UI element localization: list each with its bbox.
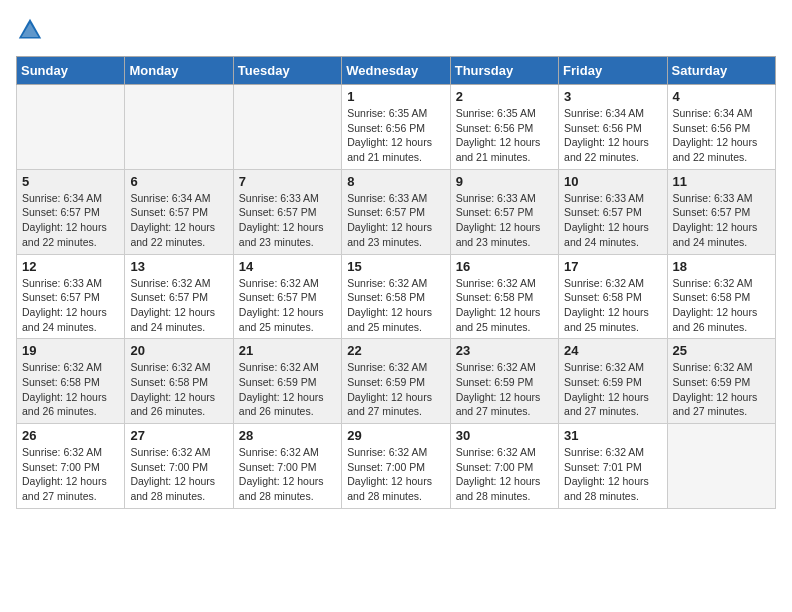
calendar-cell: 18Sunrise: 6:32 AM Sunset: 6:58 PM Dayli… bbox=[667, 254, 775, 339]
calendar-week-row: 12Sunrise: 6:33 AM Sunset: 6:57 PM Dayli… bbox=[17, 254, 776, 339]
calendar-week-row: 5Sunrise: 6:34 AM Sunset: 6:57 PM Daylig… bbox=[17, 169, 776, 254]
weekday-header-saturday: Saturday bbox=[667, 57, 775, 85]
weekday-header-thursday: Thursday bbox=[450, 57, 558, 85]
day-number: 17 bbox=[564, 259, 661, 274]
day-number: 20 bbox=[130, 343, 227, 358]
calendar-cell: 6Sunrise: 6:34 AM Sunset: 6:57 PM Daylig… bbox=[125, 169, 233, 254]
calendar-cell: 7Sunrise: 6:33 AM Sunset: 6:57 PM Daylig… bbox=[233, 169, 341, 254]
day-info: Sunrise: 6:32 AM Sunset: 7:00 PM Dayligh… bbox=[22, 445, 119, 504]
day-number: 28 bbox=[239, 428, 336, 443]
day-number: 27 bbox=[130, 428, 227, 443]
day-number: 25 bbox=[673, 343, 770, 358]
calendar-cell: 19Sunrise: 6:32 AM Sunset: 6:58 PM Dayli… bbox=[17, 339, 125, 424]
day-info: Sunrise: 6:32 AM Sunset: 6:59 PM Dayligh… bbox=[673, 360, 770, 419]
calendar-cell: 11Sunrise: 6:33 AM Sunset: 6:57 PM Dayli… bbox=[667, 169, 775, 254]
calendar-cell: 29Sunrise: 6:32 AM Sunset: 7:00 PM Dayli… bbox=[342, 424, 450, 509]
calendar-cell bbox=[233, 85, 341, 170]
calendar-week-row: 19Sunrise: 6:32 AM Sunset: 6:58 PM Dayli… bbox=[17, 339, 776, 424]
calendar-cell: 20Sunrise: 6:32 AM Sunset: 6:58 PM Dayli… bbox=[125, 339, 233, 424]
day-info: Sunrise: 6:32 AM Sunset: 6:58 PM Dayligh… bbox=[456, 276, 553, 335]
day-number: 3 bbox=[564, 89, 661, 104]
calendar-cell: 4Sunrise: 6:34 AM Sunset: 6:56 PM Daylig… bbox=[667, 85, 775, 170]
weekday-header-sunday: Sunday bbox=[17, 57, 125, 85]
calendar-cell: 27Sunrise: 6:32 AM Sunset: 7:00 PM Dayli… bbox=[125, 424, 233, 509]
day-number: 29 bbox=[347, 428, 444, 443]
day-number: 21 bbox=[239, 343, 336, 358]
calendar-cell bbox=[125, 85, 233, 170]
day-info: Sunrise: 6:34 AM Sunset: 6:57 PM Dayligh… bbox=[22, 191, 119, 250]
day-info: Sunrise: 6:32 AM Sunset: 7:00 PM Dayligh… bbox=[130, 445, 227, 504]
day-info: Sunrise: 6:32 AM Sunset: 6:58 PM Dayligh… bbox=[564, 276, 661, 335]
calendar-cell: 9Sunrise: 6:33 AM Sunset: 6:57 PM Daylig… bbox=[450, 169, 558, 254]
day-info: Sunrise: 6:33 AM Sunset: 6:57 PM Dayligh… bbox=[564, 191, 661, 250]
day-info: Sunrise: 6:34 AM Sunset: 6:56 PM Dayligh… bbox=[673, 106, 770, 165]
day-number: 8 bbox=[347, 174, 444, 189]
calendar-table: SundayMondayTuesdayWednesdayThursdayFrid… bbox=[16, 56, 776, 509]
day-number: 11 bbox=[673, 174, 770, 189]
day-info: Sunrise: 6:34 AM Sunset: 6:57 PM Dayligh… bbox=[130, 191, 227, 250]
day-number: 16 bbox=[456, 259, 553, 274]
day-number: 15 bbox=[347, 259, 444, 274]
calendar-cell: 25Sunrise: 6:32 AM Sunset: 6:59 PM Dayli… bbox=[667, 339, 775, 424]
day-info: Sunrise: 6:32 AM Sunset: 6:57 PM Dayligh… bbox=[130, 276, 227, 335]
day-info: Sunrise: 6:35 AM Sunset: 6:56 PM Dayligh… bbox=[456, 106, 553, 165]
day-info: Sunrise: 6:32 AM Sunset: 6:58 PM Dayligh… bbox=[22, 360, 119, 419]
day-number: 22 bbox=[347, 343, 444, 358]
day-info: Sunrise: 6:33 AM Sunset: 6:57 PM Dayligh… bbox=[239, 191, 336, 250]
calendar-cell: 2Sunrise: 6:35 AM Sunset: 6:56 PM Daylig… bbox=[450, 85, 558, 170]
day-number: 19 bbox=[22, 343, 119, 358]
day-number: 26 bbox=[22, 428, 119, 443]
day-info: Sunrise: 6:32 AM Sunset: 6:59 PM Dayligh… bbox=[347, 360, 444, 419]
calendar-cell: 14Sunrise: 6:32 AM Sunset: 6:57 PM Dayli… bbox=[233, 254, 341, 339]
day-info: Sunrise: 6:32 AM Sunset: 7:00 PM Dayligh… bbox=[239, 445, 336, 504]
calendar-cell: 17Sunrise: 6:32 AM Sunset: 6:58 PM Dayli… bbox=[559, 254, 667, 339]
day-number: 23 bbox=[456, 343, 553, 358]
day-number: 6 bbox=[130, 174, 227, 189]
day-number: 4 bbox=[673, 89, 770, 104]
day-info: Sunrise: 6:33 AM Sunset: 6:57 PM Dayligh… bbox=[673, 191, 770, 250]
weekday-header-friday: Friday bbox=[559, 57, 667, 85]
day-number: 1 bbox=[347, 89, 444, 104]
day-info: Sunrise: 6:34 AM Sunset: 6:56 PM Dayligh… bbox=[564, 106, 661, 165]
calendar-cell bbox=[17, 85, 125, 170]
day-number: 10 bbox=[564, 174, 661, 189]
day-number: 7 bbox=[239, 174, 336, 189]
calendar-cell: 13Sunrise: 6:32 AM Sunset: 6:57 PM Dayli… bbox=[125, 254, 233, 339]
calendar-cell: 5Sunrise: 6:34 AM Sunset: 6:57 PM Daylig… bbox=[17, 169, 125, 254]
calendar-cell: 30Sunrise: 6:32 AM Sunset: 7:00 PM Dayli… bbox=[450, 424, 558, 509]
day-number: 14 bbox=[239, 259, 336, 274]
day-info: Sunrise: 6:32 AM Sunset: 6:58 PM Dayligh… bbox=[347, 276, 444, 335]
calendar-cell: 21Sunrise: 6:32 AM Sunset: 6:59 PM Dayli… bbox=[233, 339, 341, 424]
weekday-header-monday: Monday bbox=[125, 57, 233, 85]
calendar-cell: 16Sunrise: 6:32 AM Sunset: 6:58 PM Dayli… bbox=[450, 254, 558, 339]
day-info: Sunrise: 6:32 AM Sunset: 7:00 PM Dayligh… bbox=[456, 445, 553, 504]
day-number: 13 bbox=[130, 259, 227, 274]
calendar-week-row: 1Sunrise: 6:35 AM Sunset: 6:56 PM Daylig… bbox=[17, 85, 776, 170]
calendar-cell: 22Sunrise: 6:32 AM Sunset: 6:59 PM Dayli… bbox=[342, 339, 450, 424]
calendar-cell: 28Sunrise: 6:32 AM Sunset: 7:00 PM Dayli… bbox=[233, 424, 341, 509]
calendar-cell: 12Sunrise: 6:33 AM Sunset: 6:57 PM Dayli… bbox=[17, 254, 125, 339]
calendar-cell: 3Sunrise: 6:34 AM Sunset: 6:56 PM Daylig… bbox=[559, 85, 667, 170]
day-number: 31 bbox=[564, 428, 661, 443]
day-info: Sunrise: 6:32 AM Sunset: 6:59 PM Dayligh… bbox=[456, 360, 553, 419]
day-number: 30 bbox=[456, 428, 553, 443]
calendar-cell: 8Sunrise: 6:33 AM Sunset: 6:57 PM Daylig… bbox=[342, 169, 450, 254]
weekday-header-tuesday: Tuesday bbox=[233, 57, 341, 85]
day-number: 5 bbox=[22, 174, 119, 189]
day-info: Sunrise: 6:32 AM Sunset: 6:57 PM Dayligh… bbox=[239, 276, 336, 335]
day-number: 18 bbox=[673, 259, 770, 274]
calendar-cell: 24Sunrise: 6:32 AM Sunset: 6:59 PM Dayli… bbox=[559, 339, 667, 424]
calendar-cell: 1Sunrise: 6:35 AM Sunset: 6:56 PM Daylig… bbox=[342, 85, 450, 170]
calendar-cell: 10Sunrise: 6:33 AM Sunset: 6:57 PM Dayli… bbox=[559, 169, 667, 254]
calendar-cell: 15Sunrise: 6:32 AM Sunset: 6:58 PM Dayli… bbox=[342, 254, 450, 339]
calendar-cell: 26Sunrise: 6:32 AM Sunset: 7:00 PM Dayli… bbox=[17, 424, 125, 509]
day-number: 12 bbox=[22, 259, 119, 274]
day-info: Sunrise: 6:32 AM Sunset: 7:01 PM Dayligh… bbox=[564, 445, 661, 504]
day-info: Sunrise: 6:35 AM Sunset: 6:56 PM Dayligh… bbox=[347, 106, 444, 165]
calendar-cell bbox=[667, 424, 775, 509]
day-number: 24 bbox=[564, 343, 661, 358]
day-number: 9 bbox=[456, 174, 553, 189]
calendar-week-row: 26Sunrise: 6:32 AM Sunset: 7:00 PM Dayli… bbox=[17, 424, 776, 509]
day-info: Sunrise: 6:32 AM Sunset: 6:59 PM Dayligh… bbox=[239, 360, 336, 419]
calendar-header-row: SundayMondayTuesdayWednesdayThursdayFrid… bbox=[17, 57, 776, 85]
